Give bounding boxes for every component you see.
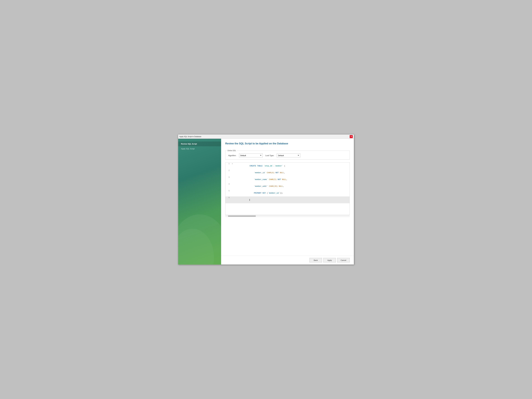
line-num-1: 1 [225, 163, 231, 165]
scrollbar-thumb[interactable] [228, 215, 256, 217]
window-title: Apply SQL Script to Database [179, 136, 201, 138]
line-content-6 [234, 196, 349, 203]
content-area: Review the SQL Script to be Applied on t… [221, 139, 354, 265]
cancel-button[interactable]: Cancel [337, 258, 350, 262]
back-button[interactable]: Back [310, 258, 322, 262]
ddl-legend: Online DDL [227, 150, 237, 152]
sql-editor[interactable]: 1 ⊖ CREATE TABLE `shop_db`.`member` ( 2 … [225, 162, 350, 215]
content-title: Review the SQL Script to be Applied on t… [225, 142, 350, 145]
line-toggle-2 [231, 169, 234, 170]
apply-button[interactable]: Apply [323, 258, 336, 262]
line-num-2: 2 [225, 169, 231, 172]
sidebar-item-review-sql[interactable]: Review SQL Script [178, 141, 221, 146]
line-content-4: `member_addr` CHAR(20) NULL, [234, 183, 349, 190]
sql-line-2: 2 `member_id` CHAR(8) NOT NULL, [225, 169, 349, 176]
sidebar-item-apply-label: Apply SQL Script [181, 148, 195, 150]
sql-line-4: 4 `member_addr` CHAR(20) NULL, [225, 183, 349, 190]
line-content-5: PRIMARY KEY (`member_id`)); [234, 190, 349, 196]
line-content-3: `member_name` CHAR(5) NOT NULL, [234, 176, 349, 183]
content-main: Online DDL Algorithm: Default INPLACE CO… [221, 148, 354, 256]
sql-line-3: 3 `member_name` CHAR(5) NOT NULL, [225, 176, 349, 183]
line-num-4: 4 [225, 183, 231, 185]
line-num-6: 6 [225, 196, 231, 199]
horizontal-scrollbar[interactable] [225, 215, 350, 217]
sidebar-item-review-label: Review SQL Script [181, 143, 197, 145]
sql-line-5: 5 PRIMARY KEY (`member_id`)); [225, 190, 349, 196]
text-cursor [249, 199, 250, 201]
line-toggle-6 [231, 196, 234, 197]
sidebar-item-apply-sql[interactable]: Apply SQL Script [178, 146, 221, 151]
line-toggle-3 [231, 176, 234, 177]
line-toggle-4 [231, 183, 234, 183]
sql-line-6: 6 [225, 196, 349, 203]
ddl-controls: Algorithm: Default INPLACE COPY Lock Typ… [228, 153, 347, 157]
footer: Back Apply Cancel [221, 256, 354, 265]
line-toggle-5 [231, 190, 234, 190]
lock-type-select[interactable]: Default NONE SHARED EXCLUSIVE [277, 153, 300, 157]
title-bar: Apply SQL Script to Database ✕ [178, 134, 354, 139]
close-button[interactable]: ✕ [350, 135, 353, 138]
line-num-5: 5 [225, 190, 231, 192]
content-header: Review the SQL Script to be Applied on t… [221, 139, 354, 148]
online-ddl-section: Online DDL Algorithm: Default INPLACE CO… [225, 151, 350, 160]
sql-line-1: 1 ⊖ CREATE TABLE `shop_db`.`member` ( [225, 163, 349, 169]
line-content-1: CREATE TABLE `shop_db`.`member` ( [234, 163, 349, 169]
dialog-window: Apply SQL Script to Database ✕ Review SQ… [178, 134, 354, 265]
algorithm-select[interactable]: Default INPLACE COPY [239, 153, 263, 157]
line-toggle-1[interactable]: ⊖ [231, 163, 234, 165]
dialog-body: Review SQL Script Apply SQL Script Revie… [178, 139, 354, 265]
sidebar: Review SQL Script Apply SQL Script [178, 139, 221, 265]
line-content-2: `member_id` CHAR(8) NOT NULL, [234, 169, 349, 176]
line-num-3: 3 [225, 176, 231, 179]
algorithm-label: Algorithm: [228, 154, 236, 157]
lock-type-label: Lock Type: [266, 154, 274, 157]
